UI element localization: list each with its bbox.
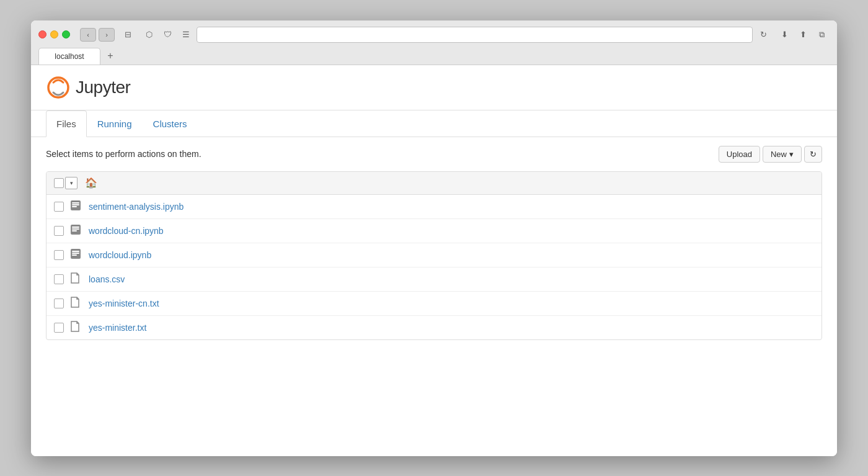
address-bar-wrap: ⬡ 🛡 ☰ localhost ↻ bbox=[141, 27, 771, 43]
tab-clusters[interactable]: Clusters bbox=[143, 110, 198, 137]
file-link-2[interactable]: wordcloud.ipynb bbox=[89, 250, 151, 260]
action-buttons: Upload New ▾ ↻ bbox=[719, 146, 822, 163]
pocket-icon[interactable]: ⬡ bbox=[141, 28, 157, 42]
file-row: yes-minister.txt bbox=[46, 316, 822, 339]
minimize-button[interactable] bbox=[50, 30, 58, 38]
jupyter-logo-icon bbox=[46, 75, 71, 100]
new-label: New bbox=[771, 150, 787, 159]
active-tab[interactable]: localhost bbox=[38, 48, 100, 65]
share-icon[interactable]: ⬆ bbox=[795, 28, 811, 42]
notebook-icon-0 bbox=[70, 200, 82, 213]
svg-rect-2 bbox=[72, 202, 79, 204]
sidebar-icon[interactable]: ⊟ bbox=[120, 28, 136, 42]
svg-rect-7 bbox=[72, 228, 79, 230]
tab-files[interactable]: Files bbox=[46, 110, 87, 137]
home-icon[interactable]: 🏠 bbox=[85, 177, 97, 189]
svg-rect-6 bbox=[72, 227, 79, 228]
file-row: wordcloud-cn.ipynb bbox=[46, 219, 822, 243]
select-all-checkbox[interactable] bbox=[54, 178, 64, 188]
file-link-3[interactable]: loans.csv bbox=[89, 274, 125, 284]
file-toolbar: Select items to perform actions on them.… bbox=[31, 137, 837, 171]
jupyter-header: Jupyter bbox=[31, 65, 837, 110]
file-checkbox-1[interactable] bbox=[54, 226, 64, 236]
file-checkbox-0[interactable] bbox=[54, 202, 64, 212]
file-checkbox-2[interactable] bbox=[54, 250, 64, 260]
svg-rect-3 bbox=[72, 204, 79, 205]
browser-toolbar-left: ⊟ bbox=[120, 28, 136, 42]
svg-rect-4 bbox=[72, 206, 77, 207]
maximize-button[interactable] bbox=[62, 30, 70, 38]
tabs-icon[interactable]: ⧉ bbox=[813, 28, 830, 42]
forward-button[interactable]: › bbox=[99, 28, 115, 42]
page-tabs: Files Running Clusters bbox=[31, 110, 837, 137]
app-title: Jupyter bbox=[76, 78, 130, 97]
file-row: wordcloud.ipynb bbox=[46, 243, 822, 267]
browser-nav: ‹ › bbox=[80, 28, 115, 42]
new-button[interactable]: New ▾ bbox=[763, 146, 802, 163]
file-link-1[interactable]: wordcloud-cn.ipynb bbox=[89, 226, 164, 236]
traffic-lights bbox=[38, 30, 70, 38]
svg-rect-10 bbox=[72, 251, 79, 252]
file-icon-5 bbox=[70, 321, 82, 335]
browser-toolbar-right: ⬇ ⬆ ⧉ bbox=[776, 28, 830, 42]
jupyter-logo: Jupyter bbox=[46, 75, 130, 100]
upload-button[interactable]: Upload bbox=[719, 146, 760, 163]
close-button[interactable] bbox=[38, 30, 46, 38]
reload-icon[interactable]: ↻ bbox=[755, 28, 771, 42]
notebook-icon-2 bbox=[70, 248, 82, 262]
browser-chrome: ‹ › ⊟ ⬡ 🛡 ☰ localhost ↻ ⬇ ⬆ ⧉ localhost … bbox=[31, 20, 837, 65]
file-row: sentiment-analysis.ipynb bbox=[46, 195, 822, 219]
browser-tabs: localhost + bbox=[38, 48, 830, 65]
bookmark-icon[interactable]: ⬇ bbox=[776, 28, 792, 42]
file-checkbox-3[interactable] bbox=[54, 274, 64, 284]
svg-rect-12 bbox=[72, 254, 77, 256]
select-dropdown[interactable]: ▾ bbox=[65, 177, 78, 189]
file-row: yes-minister-cn.txt bbox=[46, 292, 822, 316]
reader-icon[interactable]: ☰ bbox=[178, 28, 194, 42]
refresh-button[interactable]: ↻ bbox=[804, 146, 822, 163]
file-icon-4 bbox=[70, 297, 82, 310]
file-row: loans.csv bbox=[46, 267, 822, 292]
file-checkbox-4[interactable] bbox=[54, 299, 64, 308]
file-link-0[interactable]: sentiment-analysis.ipynb bbox=[89, 202, 184, 212]
svg-rect-8 bbox=[72, 230, 77, 231]
file-list-container: ▾ 🏠 sentiment-analysis.ipynb bbox=[46, 171, 822, 340]
browser-titlebar: ‹ › ⊟ ⬡ 🛡 ☰ localhost ↻ ⬇ ⬆ ⧉ bbox=[38, 27, 830, 43]
select-message: Select items to perform actions on them. bbox=[46, 149, 202, 159]
svg-rect-11 bbox=[72, 253, 79, 254]
tab-running[interactable]: Running bbox=[87, 110, 143, 137]
back-button[interactable]: ‹ bbox=[80, 28, 96, 42]
file-icon-3 bbox=[70, 272, 82, 286]
page-content: Jupyter Files Running Clusters Select it… bbox=[31, 65, 837, 456]
browser-window: ‹ › ⊟ ⬡ 🛡 ☰ localhost ↻ ⬇ ⬆ ⧉ localhost … bbox=[31, 20, 837, 456]
shield-icon[interactable]: 🛡 bbox=[159, 28, 175, 42]
address-bar[interactable]: localhost bbox=[197, 27, 753, 43]
file-link-4[interactable]: yes-minister-cn.txt bbox=[89, 299, 159, 308]
select-all-wrap: ▾ bbox=[54, 177, 78, 189]
file-checkbox-5[interactable] bbox=[54, 323, 64, 333]
file-list-header: ▾ 🏠 bbox=[46, 172, 822, 195]
file-link-5[interactable]: yes-minister.txt bbox=[89, 323, 146, 333]
refresh-icon: ↻ bbox=[810, 150, 817, 159]
new-tab-button[interactable]: + bbox=[103, 48, 118, 63]
notebook-icon-1 bbox=[70, 224, 82, 238]
new-dropdown-arrow: ▾ bbox=[789, 150, 794, 159]
